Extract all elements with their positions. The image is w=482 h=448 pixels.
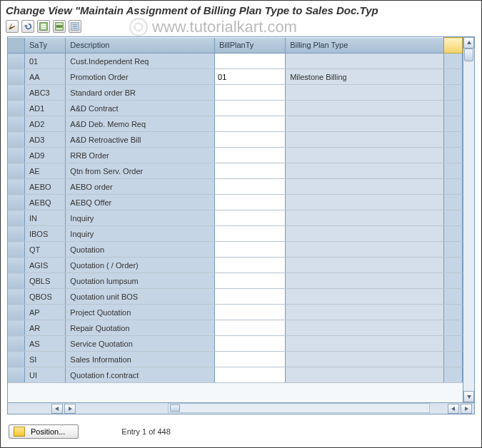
billplanty-input[interactable] [215, 242, 285, 257]
other-view-icon[interactable] [6, 20, 19, 33]
billplanty-input[interactable] [215, 179, 285, 194]
cell-filler [443, 179, 462, 195]
cell-billplanty[interactable] [215, 305, 286, 320]
billplanty-input[interactable] [215, 132, 285, 147]
billplanty-input[interactable] [215, 352, 285, 367]
cell-billplanty[interactable] [215, 336, 286, 352]
billplanty-input[interactable] [215, 305, 285, 320]
cell-billplanty[interactable] [215, 101, 286, 116]
row-selector[interactable] [8, 132, 24, 148]
billplanty-input[interactable] [215, 320, 285, 335]
cell-filler [443, 163, 462, 179]
horizontal-scrollbar[interactable] [8, 402, 474, 414]
cell-billplanty[interactable] [215, 179, 286, 195]
billplanty-input[interactable] [215, 85, 285, 100]
cell-billplanty[interactable] [215, 116, 286, 132]
hscroll-left-icon[interactable] [51, 404, 63, 414]
cell-billplanty[interactable] [215, 163, 286, 179]
billplanty-input[interactable] [215, 163, 285, 178]
billplanty-input[interactable] [215, 148, 285, 163]
cell-billplanty[interactable] [215, 226, 286, 242]
cell-filler [443, 101, 462, 116]
billplanty-input[interactable] [215, 289, 285, 304]
cell-billplanty[interactable] [215, 85, 286, 101]
row-selector[interactable] [8, 352, 24, 367]
row-selector[interactable] [8, 210, 24, 226]
select-all-icon[interactable] [37, 20, 50, 33]
table-row: AD3 A&D Retroactive Bill [8, 132, 463, 148]
billplanty-input[interactable] [215, 258, 285, 273]
billplanty-input[interactable] [215, 210, 285, 225]
row-selector[interactable] [8, 305, 24, 320]
cell-billplanty[interactable] [215, 210, 286, 226]
scroll-up-icon[interactable] [463, 37, 474, 49]
cell-billplanty[interactable] [215, 320, 286, 336]
row-selector[interactable] [8, 195, 24, 210]
cell-description: RRB Order [66, 148, 215, 163]
row-selector[interactable] [8, 226, 24, 242]
cell-billplanty[interactable] [215, 242, 286, 258]
row-selector[interactable] [8, 320, 24, 336]
scroll-thumb[interactable] [464, 49, 473, 61]
select-block-icon[interactable] [53, 20, 66, 33]
cell-billplanty[interactable] [215, 289, 286, 305]
billplanty-input[interactable] [215, 367, 285, 382]
cell-billplanty[interactable] [215, 132, 286, 148]
row-selector[interactable] [8, 69, 24, 85]
undo-icon[interactable] [21, 20, 34, 33]
column-header-billplanty[interactable]: BillPlanTy [215, 38, 286, 54]
cell-billplanty[interactable] [215, 54, 286, 69]
billplanty-input[interactable] [215, 226, 285, 241]
hscroll-middle-track[interactable] [168, 403, 430, 413]
cell-billingplantype [286, 195, 444, 210]
row-selector[interactable] [8, 289, 24, 305]
column-header-description[interactable]: Description [66, 38, 215, 54]
cell-billplanty[interactable] [215, 258, 286, 273]
row-selector[interactable] [8, 273, 24, 289]
row-selector[interactable] [8, 179, 24, 195]
hscroll-right-icon[interactable] [64, 404, 76, 414]
billplanty-input[interactable] [215, 273, 285, 288]
cell-billplanty[interactable] [215, 195, 286, 210]
column-header-saty[interactable]: SaTy [24, 38, 65, 54]
cell-billplanty[interactable] [215, 352, 286, 367]
billplanty-input[interactable] [215, 54, 285, 68]
scroll-track[interactable] [463, 49, 474, 391]
row-selector[interactable] [8, 116, 24, 132]
scroll-down-icon[interactable] [463, 391, 474, 402]
deselect-all-icon[interactable] [69, 20, 81, 33]
cell-saty: 01 [24, 54, 65, 69]
position-button[interactable]: Position... [9, 424, 79, 439]
column-header-billingplantype[interactable]: Billing Plan Type [286, 38, 444, 54]
hscroll-grip[interactable] [170, 404, 180, 412]
cell-saty: AS [24, 336, 65, 352]
row-selector[interactable] [8, 258, 24, 273]
cell-billplanty[interactable] [215, 273, 286, 289]
cell-description: Promotion Order [66, 69, 215, 85]
row-selector[interactable] [8, 101, 24, 116]
cell-billingplantype [286, 101, 444, 116]
cell-description: Cust.Independent Req [66, 54, 215, 69]
cell-billplanty[interactable] [215, 148, 286, 163]
cell-description: AEBQ Offer [66, 195, 215, 210]
row-selector[interactable] [8, 367, 24, 383]
row-selector[interactable] [8, 54, 24, 69]
hscroll2-left-icon[interactable] [448, 404, 459, 414]
entry-status: Entry 1 of 448 [121, 427, 171, 436]
row-selector-header[interactable] [8, 38, 24, 54]
table-config-icon[interactable] [443, 38, 462, 54]
hscroll2-right-icon[interactable] [461, 404, 472, 414]
vertical-scrollbar[interactable] [463, 37, 474, 402]
row-selector[interactable] [8, 163, 24, 179]
billplanty-input[interactable] [215, 336, 285, 351]
cell-billplanty[interactable] [215, 367, 286, 383]
row-selector[interactable] [8, 148, 24, 163]
billplanty-input[interactable] [215, 101, 285, 116]
billplanty-input[interactable] [215, 195, 285, 210]
billplanty-input[interactable] [215, 116, 285, 131]
billplanty-input[interactable] [215, 69, 285, 84]
row-selector[interactable] [8, 85, 24, 101]
row-selector[interactable] [8, 336, 24, 352]
row-selector[interactable] [8, 242, 24, 258]
cell-billplanty[interactable] [215, 69, 286, 85]
